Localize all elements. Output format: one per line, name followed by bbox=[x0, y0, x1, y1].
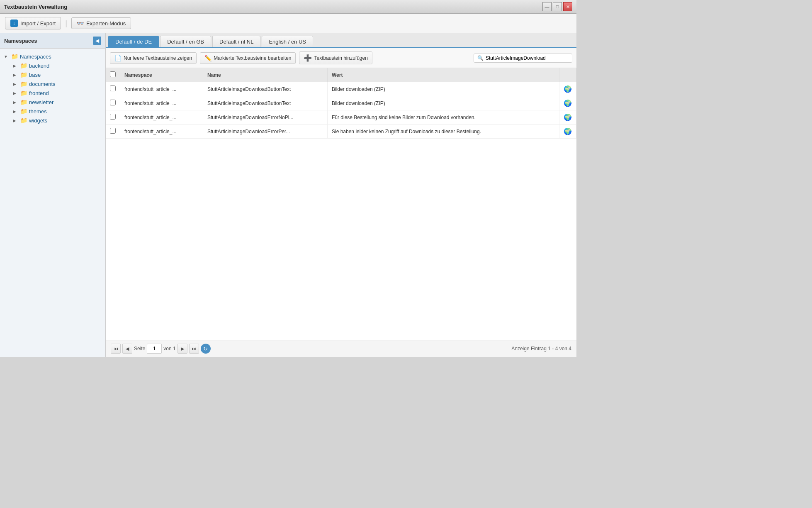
row-globe-cell-0[interactable]: 🌍 bbox=[559, 82, 576, 96]
content-area: Default / de DE Default / en GB Default … bbox=[106, 33, 576, 357]
toggle-widgets: ▶ bbox=[13, 118, 19, 123]
globe-icon[interactable]: 🌍 bbox=[564, 114, 572, 121]
add-textblock-button[interactable]: ➕ Textbaustein hinzufügen bbox=[299, 51, 372, 64]
pagination: ⏮ ◀ Seite von 1 ▶ ⏭ ↻ Anzeige Eintrag 1 … bbox=[106, 340, 576, 357]
row-checkbox-3[interactable] bbox=[110, 128, 116, 134]
tab-en-US-label: English / en US bbox=[269, 39, 306, 45]
col-header-checkbox bbox=[106, 68, 120, 82]
tab-en-GB[interactable]: Default / en GB bbox=[160, 36, 211, 47]
row-namespace-1: frontend/stutt_article_... bbox=[120, 96, 203, 110]
refresh-button[interactable]: ↻ bbox=[201, 344, 211, 354]
folder-widgets-icon: 📁 bbox=[20, 117, 27, 124]
label-widgets: widgets bbox=[29, 117, 47, 124]
row-checkbox-0[interactable] bbox=[110, 85, 116, 91]
row-globe-cell-2[interactable]: 🌍 bbox=[559, 110, 576, 125]
row-wert-3: Sie haben leider keinen Zugriff auf Down… bbox=[328, 125, 559, 139]
tab-bar: Default / de DE Default / en GB Default … bbox=[106, 33, 576, 48]
folder-frontend-icon: 📁 bbox=[20, 90, 27, 96]
row-checkbox-cell[interactable] bbox=[106, 110, 120, 125]
sidebar-item-frontend[interactable]: ▶ 📁 frontend bbox=[11, 88, 103, 98]
toggle-base: ▶ bbox=[13, 73, 19, 77]
first-page-button[interactable]: ⏮ bbox=[111, 344, 121, 354]
row-checkbox-1[interactable] bbox=[110, 100, 116, 105]
tab-de-DE[interactable]: Default / de DE bbox=[108, 36, 159, 47]
toggle-frontend: ▶ bbox=[13, 91, 19, 95]
col-header-action bbox=[559, 68, 576, 82]
page-input[interactable] bbox=[147, 344, 162, 354]
row-globe-cell-1[interactable]: 🌍 bbox=[559, 96, 576, 110]
sidebar-item-newsletter[interactable]: ▶ 📁 newsletter bbox=[11, 98, 103, 107]
select-all-checkbox[interactable] bbox=[110, 71, 116, 77]
textblock-table: Namespace Name Wert frontend/stutt_artic… bbox=[106, 68, 576, 139]
edit-marked-button[interactable]: ✏️ Markierte Textbausteine bearbeiten bbox=[200, 52, 296, 64]
row-name-2: StuttArticleImageDownloadErrorNoPi... bbox=[203, 110, 328, 125]
label-backend: backend bbox=[29, 63, 49, 69]
sidebar-item-base[interactable]: ▶ 📁 base bbox=[11, 70, 103, 79]
sidebar-item-themes[interactable]: ▶ 📁 themes bbox=[11, 107, 103, 116]
maximize-button[interactable]: □ bbox=[553, 2, 562, 11]
label-documents: documents bbox=[29, 81, 56, 87]
tree-children: ▶ 📁 backend ▶ 📁 base ▶ 📁 documents bbox=[2, 61, 103, 125]
globe-icon[interactable]: 🌍 bbox=[564, 100, 572, 107]
toolbar-divider: | bbox=[65, 19, 67, 28]
expert-mode-button[interactable]: 👓 Experten-Modus bbox=[71, 17, 131, 29]
doc-icon: 📄 bbox=[114, 55, 122, 61]
folder-documents-icon: 📁 bbox=[20, 81, 27, 87]
tab-nl-NL[interactable]: Default / nl NL bbox=[212, 36, 260, 47]
add-label: Textbaustein hinzufügen bbox=[314, 55, 367, 61]
label-newsletter: newsletter bbox=[29, 99, 53, 105]
tab-en-GB-label: Default / en GB bbox=[167, 39, 204, 45]
table-body: frontend/stutt_article_... StuttArticleI… bbox=[106, 82, 576, 139]
table-container: Namespace Name Wert frontend/stutt_artic… bbox=[106, 68, 576, 340]
sidebar-item-backend[interactable]: ▶ 📁 backend bbox=[11, 61, 103, 70]
prev-page-button[interactable]: ◀ bbox=[122, 344, 132, 354]
of-label: von 1 bbox=[163, 346, 175, 352]
import-export-label: Import / Export bbox=[20, 20, 56, 27]
row-checkbox-cell[interactable] bbox=[106, 125, 120, 139]
label-themes: themes bbox=[29, 108, 47, 115]
page-label: Seite bbox=[134, 346, 145, 352]
label-frontend: frontend bbox=[29, 90, 49, 96]
tab-en-US[interactable]: English / en US bbox=[262, 36, 313, 47]
row-name-0: StuttArticleImageDownloadButtonText bbox=[203, 82, 328, 96]
minimize-button[interactable]: — bbox=[542, 2, 552, 11]
action-bar: 📄 Nur leere Textbausteine zeigen ✏️ Mark… bbox=[106, 48, 576, 68]
table-row: frontend/stutt_article_... StuttArticleI… bbox=[106, 110, 576, 125]
row-wert-1: Bilder downloaden (ZIP) bbox=[328, 96, 559, 110]
last-page-button[interactable]: ⏭ bbox=[189, 344, 199, 354]
table-row: frontend/stutt_article_... StuttArticleI… bbox=[106, 125, 576, 139]
row-namespace-2: frontend/stutt_article_... bbox=[120, 110, 203, 125]
sidebar-item-documents[interactable]: ▶ 📁 documents bbox=[11, 79, 103, 88]
show-empty-label: Nur leere Textbausteine zeigen bbox=[124, 55, 192, 61]
sidebar-content: ▼ 📁 Namespaces ▶ 📁 backend ▶ 📁 base bbox=[0, 49, 105, 357]
tree-toggle-root: ▼ bbox=[4, 54, 10, 59]
window-title: Textbaustein Verwaltung bbox=[4, 4, 67, 10]
row-checkbox-2[interactable] bbox=[110, 114, 116, 120]
window-controls: — □ ✕ bbox=[542, 2, 572, 11]
folder-themes-icon: 📁 bbox=[20, 108, 27, 115]
row-checkbox-cell[interactable] bbox=[106, 82, 120, 96]
table-row: frontend/stutt_article_... StuttArticleI… bbox=[106, 82, 576, 96]
next-page-button[interactable]: ▶ bbox=[177, 344, 187, 354]
sidebar-title: Namespaces bbox=[4, 38, 37, 44]
sidebar-header: Namespaces ◀ bbox=[0, 33, 105, 49]
sidebar-item-widgets[interactable]: ▶ 📁 widgets bbox=[11, 116, 103, 125]
main-layout: Namespaces ◀ ▼ 📁 Namespaces ▶ 📁 backend bbox=[0, 33, 576, 357]
search-box: 🔍 bbox=[474, 54, 572, 63]
table-row: frontend/stutt_article_... StuttArticleI… bbox=[106, 96, 576, 110]
globe-icon[interactable]: 🌍 bbox=[564, 85, 572, 93]
row-wert-2: Für diese Bestellung sind keine Bilder z… bbox=[328, 110, 559, 125]
show-empty-button[interactable]: 📄 Nur leere Textbausteine zeigen bbox=[110, 52, 197, 64]
tree-root-namespaces[interactable]: ▼ 📁 Namespaces bbox=[2, 52, 103, 61]
row-globe-cell-3[interactable]: 🌍 bbox=[559, 125, 576, 139]
row-checkbox-cell[interactable] bbox=[106, 96, 120, 110]
import-export-button[interactable]: ↕ Import / Export bbox=[5, 17, 61, 29]
search-input[interactable] bbox=[486, 55, 569, 61]
table-header-row: Namespace Name Wert bbox=[106, 68, 576, 82]
globe-icon[interactable]: 🌍 bbox=[564, 128, 572, 135]
col-header-wert: Wert bbox=[328, 68, 559, 82]
search-icon: 🔍 bbox=[477, 55, 484, 61]
folder-backend-icon: 📁 bbox=[20, 62, 27, 69]
sidebar-collapse-button[interactable]: ◀ bbox=[93, 37, 101, 45]
close-button[interactable]: ✕ bbox=[563, 2, 572, 11]
